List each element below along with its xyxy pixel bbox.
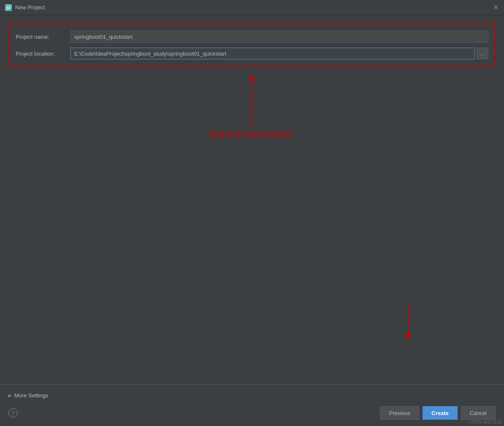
arrow-head-up-icon	[249, 75, 256, 81]
project-location-row: Project location: ...	[16, 48, 488, 59]
project-name-label: Project name:	[16, 34, 70, 40]
more-settings-label: More Settings	[14, 392, 48, 399]
content-area: Project name: Project location: ... 配置项目…	[0, 15, 504, 384]
watermark-text: CSDN @白豆五	[469, 419, 502, 425]
new-project-dialog: IJ New Project ✕ Project name: Project l…	[0, 0, 504, 426]
button-row: ? Previous Create Cancel	[8, 402, 496, 422]
project-location-label: Project location:	[16, 51, 70, 57]
cancel-button[interactable]: Cancel	[461, 406, 496, 420]
dialog-title: New Project	[15, 4, 492, 11]
more-settings-row[interactable]: ▶ More Settings	[8, 389, 496, 402]
browse-button[interactable]: ...	[477, 48, 488, 59]
arrow-line-up	[252, 81, 253, 127]
app-icon: IJ	[5, 4, 12, 11]
close-button[interactable]: ✕	[492, 4, 499, 11]
previous-button[interactable]: Previous	[380, 406, 419, 420]
form-section: Project name: Project location: ...	[8, 24, 496, 67]
annotation-text: 配置项目名称和保存路径	[210, 130, 294, 140]
annotation-arrow-up	[249, 75, 256, 127]
arrow-head-down-icon	[405, 334, 412, 340]
arrow-line-down	[408, 305, 409, 334]
annotation-arrow-down	[405, 305, 412, 340]
help-button[interactable]: ?	[8, 408, 18, 418]
create-button[interactable]: Create	[423, 406, 457, 420]
bottom-area: ▶ More Settings ? Previous Create Cancel	[0, 384, 504, 426]
more-settings-arrow-icon: ▶	[8, 393, 12, 398]
title-bar: IJ New Project ✕	[0, 0, 504, 15]
project-location-input[interactable]	[70, 48, 475, 59]
project-name-input[interactable]	[70, 31, 488, 43]
project-name-row: Project name:	[16, 31, 488, 43]
